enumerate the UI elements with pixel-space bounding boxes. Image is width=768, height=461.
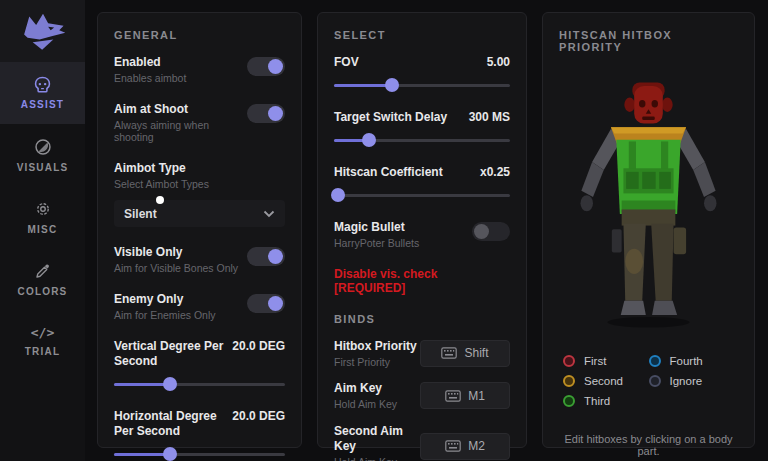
code-icon: </> [31,325,54,340]
legend-spacer [649,391,735,411]
slider-knob[interactable] [163,447,177,461]
toggle-knob [268,249,283,264]
legend-label: Second [584,375,623,387]
slider-knob[interactable] [163,377,177,391]
keyboard-icon [445,440,461,452]
legend-color-first [563,355,575,367]
slider-fill [334,84,392,87]
dropdown-indicator-dot [156,196,164,204]
slider-knob[interactable] [385,78,399,92]
sidebar-item-colors[interactable]: COLORS [0,248,85,310]
keybind-value: M2 [468,439,485,453]
setting-label: Vertical Degree Per Second [114,339,232,369]
aimbot-type-dropdown[interactable]: Silent [114,200,285,227]
hitbox-priority-keybind-button[interactable]: Shift [420,340,510,367]
model-right-hand[interactable] [704,195,717,211]
setting-enemy-only: Enemy Only Aim for Enemies Only [114,292,285,322]
horizontal-dps-slider[interactable] [114,447,285,461]
character-model[interactable] [559,67,738,343]
setting-value: 5.00 [487,55,510,69]
wolf-logo-icon [19,10,67,52]
model-shoulders-highlight [611,127,686,133]
sidebar-item-label: COLORS [18,286,68,297]
sidebar-item-assist[interactable]: ASSIST [0,62,85,124]
legend-label: Third [584,395,610,407]
bind-hitbox-priority: Hitbox Priority First Priority Shift [334,339,510,369]
legend-label: Fourth [670,355,703,367]
chevron-down-icon [263,210,275,218]
setting-visible-only: Visible Only Aim for Visible Bones Only [114,245,285,275]
model-left-hand[interactable] [580,195,593,211]
enemy-only-toggle[interactable] [247,294,285,313]
app-logo [0,0,85,62]
model-thigh-holster [612,229,622,252]
visible-only-toggle[interactable] [247,247,285,266]
hitbox-model-figure[interactable] [559,67,738,343]
slider-knob[interactable] [362,133,376,147]
keybind-value: M1 [468,389,485,403]
model-right-leg[interactable] [651,224,673,301]
panel-title: SELECT [334,29,510,41]
panel-general: GENERAL Enabled Enables aimbot Aim at Sh… [97,12,302,448]
model-right-boot[interactable] [652,301,677,315]
setting-subtitle: Aim for Visible Bones Only [114,262,247,275]
vertical-dps-slider[interactable] [114,377,285,391]
toggle-knob [268,106,283,121]
magic-bullet-toggle[interactable] [472,222,510,241]
sidebar-item-visuals[interactable]: VISUALS [0,124,85,186]
legend-color-ignore [649,375,661,387]
enabled-toggle[interactable] [247,57,285,76]
aim-key-keybind-button[interactable]: M1 [420,382,510,409]
bind-label: Second Aim Key [334,424,420,454]
model-left-boot[interactable] [621,301,646,315]
setting-label: Aim at Shoot [114,102,247,117]
slider-fill [114,453,170,456]
sidebar-item-label: ASSIST [21,99,64,110]
model-left-earcup [624,98,635,112]
toggle-knob [474,224,489,239]
legend-item-fourth: Fourth [649,351,735,371]
second-aim-key-keybind-button[interactable]: M2 [420,433,510,460]
required-warning: Disable vis. check [REQUIRED] [334,267,510,295]
model-vest-strap [661,141,668,171]
setting-vertical-dps: Vertical Degree Per Second 20.0 DEG [114,339,285,369]
target-switch-delay-slider[interactable] [334,133,510,147]
model-eye-socket [639,100,645,108]
slider-knob[interactable] [331,188,345,202]
setting-label: Horizontal Degree Per Second [114,409,232,439]
hitscan-coefficient-slider[interactable] [334,188,510,202]
model-hip-pouch [674,227,687,254]
panel-title: GENERAL [114,29,285,41]
bind-label: Aim Key [334,381,397,396]
legend-label: First [584,355,606,367]
legend-color-second [563,375,575,387]
eyedropper-icon [34,262,52,280]
model-mouth [642,116,655,120]
sidebar-item-misc[interactable]: MISC [0,186,85,248]
model-vest-pouch [642,172,655,189]
dropdown-value: Silent [124,207,157,221]
model-right-earcup [662,98,673,112]
slider-track[interactable] [334,194,510,197]
model-knee-pad [625,249,643,274]
setting-label: Aimbot Type [114,161,285,176]
sidebar-item-trial[interactable]: </> TRIAL [0,310,85,372]
setting-value: x0.25 [480,165,510,179]
panel-title: HITSCAN HITBOX PRIORITY [559,29,738,53]
sidebar: ASSIST VISUALS MISC COLORS </> TRIAL [0,0,85,461]
setting-hitscan-coefficient: Hitscan Coefficient x0.25 [334,165,510,180]
legend-color-third [563,395,575,407]
model-hips[interactable] [622,209,676,225]
setting-horizontal-dps: Horizontal Degree Per Second 20.0 DEG [114,409,285,439]
fov-slider[interactable] [334,78,510,92]
legend-item-first: First [563,351,649,371]
sidebar-item-label: TRIAL [25,346,60,357]
binds-title: BINDS [334,313,510,325]
aim-at-shoot-toggle[interactable] [247,104,285,123]
setting-subtitle: Always aiming when shooting [114,119,247,144]
bind-subtitle: Hold Aim Key [334,398,397,411]
setting-subtitle: Select Aimbot Types [114,178,285,191]
model-eye-socket [652,100,658,108]
bind-aim-key: Aim Key Hold Aim Key M1 [334,381,510,411]
setting-subtitle: Enables aimbot [114,72,247,85]
